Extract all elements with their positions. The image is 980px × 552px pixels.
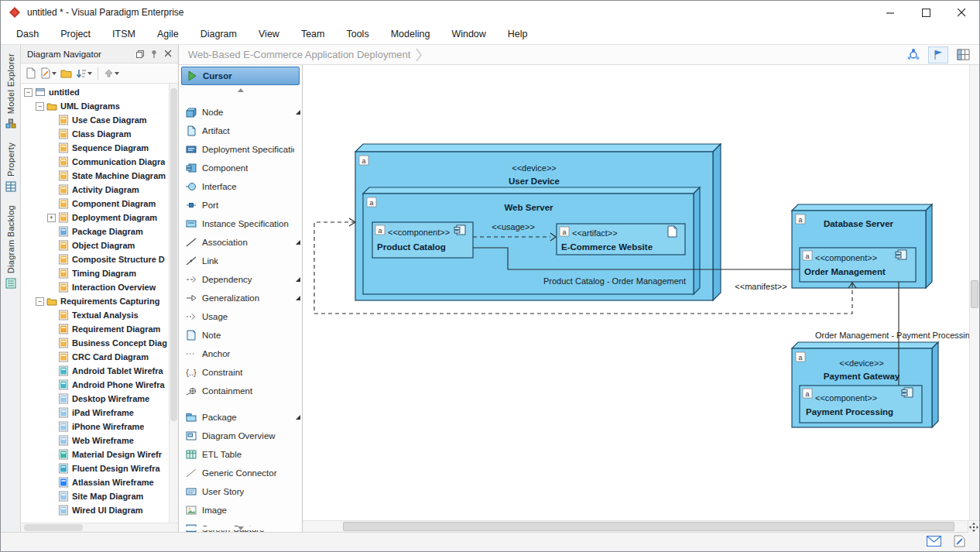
close-button[interactable]	[944, 1, 979, 24]
tree-item-ipad-wireframe[interactable]: iPad Wireframe	[21, 406, 169, 420]
tree-vertical-scrollbar-thumb[interactable]	[170, 88, 177, 421]
tree-horizontal-scrollbar-thumb[interactable]	[24, 524, 83, 531]
pan-tool-icon[interactable]	[968, 521, 979, 533]
go-up-icon[interactable]	[102, 66, 121, 81]
palette-scroll-down[interactable]	[179, 526, 302, 530]
palette-item-dependency[interactable]: Dependency	[179, 270, 302, 289]
tree-item-crc-card-diagram[interactable]: CRC Card Diagram	[21, 350, 169, 364]
tree-item-composite-structure-d[interactable]: Composite Structure D	[21, 252, 169, 266]
tree-item-class-diagram[interactable]: Class Diagram	[21, 127, 169, 141]
tree-expander-icon[interactable]: −	[36, 102, 44, 111]
minimize-button[interactable]	[872, 1, 908, 24]
tree-expander-icon[interactable]: −	[24, 88, 33, 97]
palette-item-artifact[interactable]: Artifact	[179, 122, 302, 140]
palette-item-cursor[interactable]: Cursor	[181, 67, 300, 85]
canvas-horizontal-scrollbar[interactable]	[303, 520, 979, 532]
canvas-vertical-scrollbar[interactable]	[969, 65, 979, 520]
sort-icon[interactable]	[74, 66, 94, 81]
menu-item-diagram[interactable]: Diagram	[190, 26, 248, 43]
tree-item-android-tablet-wirefra[interactable]: Android Tablet Wirefra	[21, 364, 169, 378]
diagram-canvas[interactable]: aaaaaaaa <<device>> User Device Web Serv…	[303, 65, 979, 520]
palette-item-port[interactable]: Port	[179, 196, 302, 214]
menu-item-modeling[interactable]: Modeling	[380, 26, 441, 43]
dock-tab-property[interactable]: Property	[5, 135, 17, 198]
palette-item-image[interactable]: Image	[179, 501, 302, 519]
new-model-element-icon[interactable]	[39, 66, 58, 81]
format-copier-icon[interactable]	[928, 46, 948, 63]
tree-item-communication-diagra[interactable]: Communication Diagra	[21, 155, 169, 169]
float-panel-icon[interactable]	[133, 47, 147, 61]
tree-item-requirements-capturing[interactable]: −Requirements Capturing	[21, 294, 169, 308]
palette-item-generic-connector[interactable]: Generic Connector	[179, 464, 302, 482]
menu-item-view[interactable]: View	[248, 26, 290, 43]
palette-item-instance-specification[interactable]: Instance Specification	[179, 214, 302, 233]
palette-item-etl-table[interactable]: ETL Table	[179, 445, 302, 464]
diagram-title[interactable]: Web-Based E-Commerce Application Deploym…	[188, 49, 410, 60]
open-project-icon[interactable]	[59, 66, 74, 81]
tree-item-interaction-overview[interactable]: Interaction Overview	[21, 280, 169, 294]
flyout-indicator-icon[interactable]	[296, 296, 300, 300]
palette-item-containment[interactable]: Containment	[179, 382, 302, 400]
tree-item-use-case-diagram[interactable]: Use Case Diagram	[21, 113, 169, 127]
grid-view-icon[interactable]	[953, 46, 973, 63]
tree-item-atlassian-wireframe[interactable]: Atlassian Wireframe	[21, 475, 169, 489]
tree-item-state-machine-diagram[interactable]: State Machine Diagram	[21, 169, 169, 183]
menu-item-help[interactable]: Help	[497, 26, 539, 43]
flyout-indicator-icon[interactable]	[296, 415, 300, 420]
palette-item-interface[interactable]: Interface	[179, 177, 302, 196]
palette-item-package[interactable]: Package	[179, 408, 302, 427]
tree-item-deployment-diagram[interactable]: +Deployment Diagram	[21, 211, 169, 225]
neural-layout-icon[interactable]	[903, 46, 923, 63]
menu-item-tools[interactable]: Tools	[335, 26, 379, 43]
canvas-horizontal-scrollbar-thumb[interactable]	[343, 522, 954, 531]
palette-item-link[interactable]: Link	[179, 252, 302, 270]
menu-item-window[interactable]: Window	[440, 26, 496, 43]
tree-item-web-wireframe[interactable]: Web Wireframe	[21, 434, 169, 447]
palette-item-diagram-overview[interactable]: Diagram Overview	[179, 427, 302, 445]
tree-item-sequence-diagram[interactable]: Sequence Diagram	[21, 141, 169, 155]
palette-item-constraint[interactable]: {..}Constraint	[179, 363, 302, 382]
tree-vertical-scrollbar[interactable]	[169, 84, 178, 523]
tree-item-textual-analysis[interactable]: Textual Analysis	[21, 308, 169, 322]
tree-item-material-design-wirefr[interactable]: Material Design Wirefr	[21, 447, 169, 461]
menu-item-dash[interactable]: Dash	[5, 26, 50, 43]
tree-item-wired-ui-diagram[interactable]: Wired UI Diagram	[21, 503, 169, 517]
tree-item-timing-diagram[interactable]: Timing Diagram	[21, 266, 169, 280]
close-panel-icon[interactable]	[161, 47, 175, 61]
palette-item-anchor[interactable]: Anchor	[179, 345, 302, 363]
flyout-indicator-icon[interactable]	[296, 277, 300, 282]
deployment-diagram[interactable]: aaaaaaaa <<device>> User Device Web Serv…	[303, 65, 970, 520]
dock-tab-model-explorer[interactable]: Model Explorer	[5, 46, 17, 135]
dock-tab-diagram-backlog[interactable]: Diagram Backlog	[5, 198, 17, 295]
release-notes-icon[interactable]	[954, 535, 965, 550]
new-diagram-icon[interactable]	[24, 66, 38, 81]
tree-item-component-diagram[interactable]: Component Diagram	[21, 197, 169, 211]
tree-item-activity-diagram[interactable]: Activity Diagram	[21, 183, 169, 197]
palette-scroll-up[interactable]	[179, 85, 302, 95]
canvas-vertical-scrollbar-thumb[interactable]	[971, 280, 978, 308]
tree-item-iphone-wireframe[interactable]: iPhone Wireframe	[21, 420, 169, 434]
tree-item-requirement-diagram[interactable]: Requirement Diagram	[21, 322, 169, 336]
menu-item-itsm[interactable]: ITSM	[101, 26, 146, 43]
menu-item-agile[interactable]: Agile	[146, 26, 190, 43]
pin-icon[interactable]	[147, 47, 161, 61]
messages-icon[interactable]	[927, 536, 941, 550]
menu-item-project[interactable]: Project	[50, 26, 101, 43]
maximize-button[interactable]	[908, 1, 944, 24]
tree-item-object-diagram[interactable]: Object Diagram	[21, 238, 169, 252]
tree-expander-icon[interactable]: −	[36, 297, 44, 306]
tree-item-android-phone-wirefra[interactable]: Android Phone Wirefra	[21, 378, 169, 392]
flyout-indicator-icon[interactable]	[296, 240, 300, 245]
tree-expander-icon[interactable]: +	[47, 214, 56, 222]
tree-item-site-map-diagram[interactable]: Site Map Diagram	[21, 489, 169, 503]
palette-item-node[interactable]: Node	[179, 103, 302, 122]
tree-item-package-diagram[interactable]: Package Diagram	[21, 225, 169, 238]
tree-item-business-concept-diag[interactable]: Business Concept Diag	[21, 336, 169, 350]
menu-item-team[interactable]: Team	[290, 26, 336, 43]
tree-item-desktop-wireframe[interactable]: Desktop Wireframe	[21, 392, 169, 406]
palette-item-user-story[interactable]: User Story	[179, 482, 302, 501]
palette-item-generalization[interactable]: Generalization	[179, 289, 302, 307]
palette-item-note[interactable]: Note	[179, 326, 302, 345]
flyout-indicator-icon[interactable]	[296, 110, 300, 115]
palette-item-deployment-specification[interactable]: Deployment Specification	[179, 140, 302, 159]
